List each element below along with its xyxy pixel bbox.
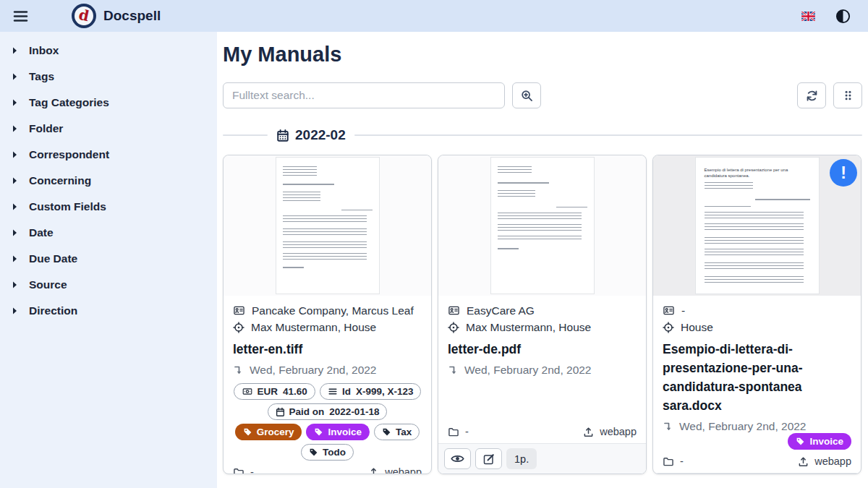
- sidebar-item-tags[interactable]: Tags: [0, 64, 217, 90]
- arrow-turn-down-icon: [448, 365, 458, 376]
- item-title[interactable]: Esempio-di-lettera-di-presentazione-per-…: [663, 340, 851, 415]
- tag-badge[interactable]: Invoice: [306, 424, 370, 440]
- sidebar-item-label: Tag Categories: [29, 96, 109, 109]
- item-card: ! Esempio di lettera di presentazione pe…: [652, 155, 861, 474]
- item-title[interactable]: letter-en.tiff: [233, 340, 422, 359]
- money-bill-icon: [242, 387, 253, 396]
- sidebar-item-correspondent[interactable]: Correspondent: [0, 142, 217, 168]
- calendar-icon: [276, 129, 289, 142]
- crosshair-icon: [448, 322, 459, 333]
- caret-right-icon: [12, 176, 18, 185]
- caret-right-icon: [12, 98, 18, 107]
- sidebar-item-direction[interactable]: Direction: [0, 298, 217, 324]
- address-card-icon: [233, 305, 245, 316]
- language-flag-icon[interactable]: [801, 12, 815, 21]
- new-item-badge[interactable]: !: [830, 159, 857, 187]
- refresh-icon: [806, 90, 818, 102]
- list-view-toggle-button[interactable]: [833, 82, 862, 108]
- document-preview-page: Esempio di lettera di presentazione per …: [696, 158, 819, 294]
- tag-label: Todo: [323, 446, 346, 458]
- badges: Invoice: [663, 433, 851, 450]
- month-group-divider: 2022-02: [223, 127, 862, 143]
- upload-icon: [368, 467, 379, 475]
- sidebar-item-concerning[interactable]: Concerning: [0, 168, 217, 194]
- sidebar-item-folder[interactable]: Folder: [0, 116, 217, 142]
- folder-label: -: [250, 466, 254, 474]
- correspondent-label: -: [681, 303, 685, 318]
- caret-right-icon: [12, 124, 18, 133]
- concerning-label: Max Mustermann, House: [466, 320, 591, 335]
- field-label: Paid on: [289, 406, 325, 418]
- caret-right-icon: [12, 150, 18, 159]
- folder-label: -: [680, 455, 684, 467]
- sidebar-item-label: Tags: [29, 70, 54, 83]
- field-label: EUR: [258, 385, 278, 398]
- dark-mode-toggle-icon[interactable]: [835, 9, 851, 24]
- concerning-label: Max Mustermann, House: [251, 320, 376, 335]
- pencil-square-icon: [483, 453, 495, 465]
- correspondent-row: EasyCare AG: [448, 303, 637, 318]
- sidebar-item-date[interactable]: Date: [0, 220, 217, 246]
- correspondent-row: -: [663, 303, 851, 318]
- sidebar-item-due-date[interactable]: Due Date: [0, 246, 217, 272]
- sidebar-item-tag-categories[interactable]: Tag Categories: [0, 90, 217, 116]
- source-label: webapp: [385, 466, 422, 474]
- search-button[interactable]: [512, 82, 541, 108]
- document-thumbnail[interactable]: [224, 155, 431, 296]
- field-value: 41.60: [283, 385, 307, 398]
- item-date-row: Wed, February 2nd, 2022: [663, 420, 851, 433]
- edit-button[interactable]: [475, 448, 502, 469]
- sidebar-item-label: Folder: [29, 122, 63, 135]
- document-thumbnail[interactable]: [438, 155, 646, 296]
- refresh-button[interactable]: [797, 82, 826, 108]
- folder-label: -: [465, 426, 469, 437]
- concerning-row: Max Mustermann, House: [233, 320, 422, 335]
- document-preview-heading: Esempio di lettera di presentazione per …: [705, 168, 810, 179]
- correspondent-label: EasyCare AG: [467, 303, 535, 318]
- divider-line: [223, 134, 268, 136]
- document-preview-page: [276, 158, 379, 294]
- upload-icon: [798, 456, 809, 467]
- folder-source-row: - webapp: [233, 466, 422, 474]
- tag-icon: [382, 427, 391, 437]
- sidebar-item-source[interactable]: Source: [0, 272, 217, 298]
- tag-label: Tax: [396, 426, 412, 438]
- sidebar: Inbox Tags Tag Categories Folder Corresp…: [0, 32, 217, 488]
- custom-field-badge: EUR41.60: [234, 383, 315, 400]
- folder-icon: [663, 456, 674, 466]
- preview-button[interactable]: [444, 448, 471, 469]
- tag-label: Grocery: [257, 426, 294, 438]
- upload-icon: [583, 427, 594, 437]
- concerning-label: House: [681, 320, 713, 335]
- sidebar-item-label: Direction: [29, 304, 77, 317]
- folder-source-row: - webapp: [448, 426, 637, 440]
- correspondent-label: Pancake Company, Marcus Leaf: [252, 303, 414, 318]
- address-card-icon: [448, 305, 460, 316]
- tag-badge[interactable]: Tax: [374, 424, 420, 440]
- correspondent-row: Pancake Company, Marcus Leaf: [233, 303, 422, 318]
- item-title[interactable]: letter-de.pdf: [448, 340, 637, 359]
- menu-icon[interactable]: [10, 7, 31, 25]
- caret-right-icon: [12, 254, 18, 263]
- sidebar-item-inbox[interactable]: Inbox: [0, 38, 217, 64]
- tag-badge[interactable]: Todo: [301, 444, 354, 461]
- source-label: webapp: [814, 455, 851, 467]
- eye-icon: [451, 454, 464, 463]
- sidebar-item-label: Inbox: [29, 44, 59, 57]
- tag-badge[interactable]: Grocery: [235, 424, 302, 440]
- item-date-row: Wed, February 2nd, 2022: [448, 364, 637, 377]
- sidebar-item-label: Custom Fields: [29, 200, 106, 213]
- sidebar-item-label: Concerning: [29, 174, 91, 187]
- sidebar-item-custom-fields[interactable]: Custom Fields: [0, 194, 217, 220]
- tag-badge[interactable]: Invoice: [788, 433, 851, 450]
- crosshair-icon: [233, 322, 244, 333]
- search-input[interactable]: [223, 82, 505, 108]
- divider-line: [354, 134, 862, 136]
- address-card-icon: [663, 305, 675, 316]
- docspell-logo-icon: d: [72, 4, 96, 28]
- attachment-pages-label: 1p.: [506, 448, 537, 469]
- source-label: webapp: [600, 426, 637, 437]
- grip-dots-icon: [843, 90, 854, 101]
- main-content: My Manuals 2022-02: [217, 32, 868, 488]
- search-bar: [223, 82, 862, 108]
